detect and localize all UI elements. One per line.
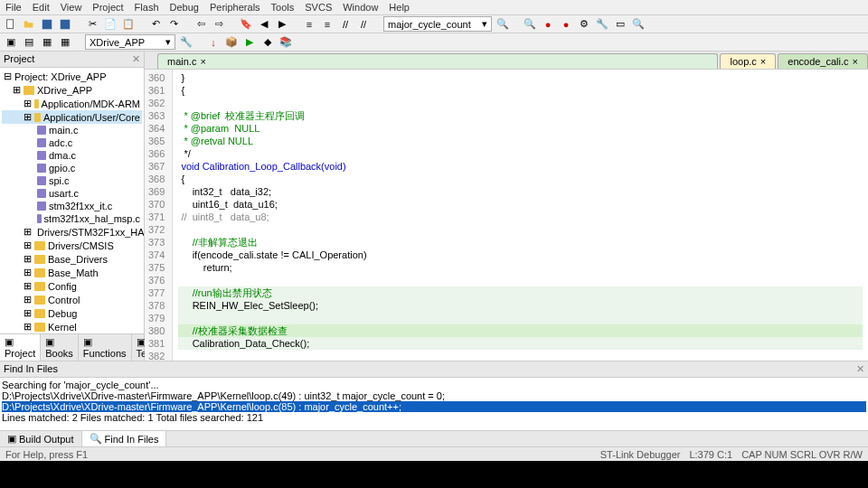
translate-icon[interactable]: ▣ [4, 35, 18, 50]
code-editor[interactable]: 3603613623633643653663673683693703713723… [145, 70, 868, 361]
pack-icon[interactable]: ◆ [260, 35, 275, 50]
close-icon[interactable]: × [760, 56, 766, 67]
find-result-line[interactable]: D:\Projects\Xdrive\XDrive-master\Firmwar… [2, 390, 866, 401]
find-icon[interactable]: 🔍 [495, 17, 510, 32]
menu-file[interactable]: File [5, 2, 22, 13]
folder-icon [34, 296, 45, 305]
menu-flash[interactable]: Flash [135, 2, 159, 13]
menu-project[interactable]: Project [92, 2, 123, 13]
menu-svcs[interactable]: SVCS [305, 2, 332, 13]
bookmark-next-icon[interactable]: ▶ [275, 17, 289, 32]
menu-help[interactable]: Help [389, 2, 410, 13]
menu-window[interactable]: Window [343, 2, 378, 13]
copy-icon[interactable]: 📄 [103, 17, 118, 32]
debug-icon[interactable]: 🔍 [523, 17, 537, 32]
tree-item[interactable]: usart.c [2, 187, 142, 200]
nav-fwd-icon[interactable]: ⇨ [212, 17, 226, 32]
tree-item[interactable]: ⊞Drivers/STM32F1xx_HAL_Driver [2, 225, 142, 239]
menu-view[interactable]: View [61, 2, 82, 13]
find-summary: Lines matched: 2 Files matched: 1 Total … [2, 412, 866, 423]
tab-build-output[interactable]: ▣ Build Output [0, 431, 82, 446]
close-icon[interactable]: ✕ [132, 53, 140, 65]
tree-item[interactable]: ⊞Application/User/Core [2, 110, 142, 124]
close-icon[interactable]: × [853, 56, 858, 67]
find-results[interactable]: Searching for 'major_cycle_count'... D:\… [0, 378, 868, 430]
comment-icon[interactable]: // [338, 17, 353, 32]
books-icon[interactable]: 📚 [278, 35, 293, 50]
file-tab[interactable]: encode_cali.c× [778, 53, 868, 69]
bookmark-prev-icon[interactable]: ◀ [257, 17, 271, 32]
tab-find-in-files[interactable]: 🔍 Find In Files [82, 431, 167, 446]
side-tab-books[interactable]: ▣ Books [41, 334, 79, 361]
options-icon[interactable]: 🔧 [179, 35, 193, 50]
tree-item[interactable]: stm32f1xx_it.c [2, 200, 142, 212]
tree-item[interactable]: ⊞Base_Math [2, 266, 142, 279]
menu-peripherals[interactable]: Peripherals [210, 2, 260, 13]
tree-item[interactable]: ⊞Drivers/CMSIS [2, 239, 142, 252]
manage-icon[interactable]: 📦 [224, 35, 239, 50]
indent-icon[interactable]: ≡ [302, 17, 316, 32]
folder-icon [34, 255, 45, 264]
run-icon[interactable]: ▶ [242, 35, 257, 50]
tree-item[interactable]: ⊞Config [2, 279, 142, 293]
open-icon[interactable] [22, 17, 36, 32]
outdent-icon[interactable]: ≡ [320, 17, 335, 32]
redo-icon[interactable]: ↷ [166, 17, 181, 32]
close-icon[interactable]: × [200, 56, 205, 67]
bookmark-icon[interactable]: 🔖 [239, 17, 253, 32]
uncomment-icon[interactable]: // [356, 17, 371, 32]
tree-item[interactable]: ⊞Base_Drivers [2, 252, 142, 266]
code-body[interactable]: } { * @brief 校准器主程序回调 * @param NULL * @r… [173, 70, 868, 361]
project-tree[interactable]: ⊟Project: XDrive_APP ⊞XDrive_APP⊞Applica… [0, 68, 144, 333]
tree-item[interactable]: dma.c [2, 149, 142, 162]
sidebar-title: Project [4, 53, 34, 65]
c-icon [37, 202, 46, 211]
tree-item[interactable]: ⊞Application/MDK-ARM [2, 97, 142, 110]
close-icon[interactable]: ✕ [856, 363, 864, 375]
tree-item[interactable]: ⊞Debug [2, 306, 142, 320]
breakpoint-icon[interactable]: ● [541, 17, 555, 32]
tree-item[interactable]: spi.c [2, 174, 142, 187]
tree-item[interactable]: ⊞XDrive_APP [2, 83, 142, 97]
menu-debug[interactable]: Debug [170, 2, 199, 13]
build-icon[interactable]: ▤ [22, 35, 36, 50]
load-icon[interactable]: ↓ [206, 35, 221, 50]
file-tab[interactable]: loop.c× [720, 53, 776, 69]
file-tab[interactable]: main.c× [157, 53, 718, 69]
tree-item[interactable]: stm32f1xx_hal_msp.c [2, 212, 142, 225]
target-combo[interactable]: XDrive_APP▾ [85, 34, 175, 50]
tree-root[interactable]: ⊟Project: XDrive_APP [2, 70, 142, 83]
new-icon[interactable] [4, 17, 18, 32]
c-icon [37, 176, 46, 185]
file-tabs: main.c×loop.c×encode_cali.c× [145, 52, 868, 70]
menu-tools[interactable]: Tools [271, 2, 295, 13]
save-icon[interactable] [40, 17, 54, 32]
find-result-line[interactable]: D:\Projects\Xdrive\XDrive-master\Firmwar… [2, 401, 866, 412]
tree-item[interactable]: main.c [2, 124, 142, 136]
batch-build-icon[interactable]: ▦ [58, 35, 72, 50]
nav-back-icon[interactable]: ⇦ [193, 17, 208, 32]
zoom-icon[interactable]: 🔍 [631, 17, 646, 32]
tree-item[interactable]: adc.c [2, 136, 142, 149]
cut-icon[interactable]: ✂ [85, 17, 99, 32]
config-icon[interactable]: ⚙ [577, 17, 591, 32]
ide-window: FileEditViewProjectFlashDebugPeripherals… [0, 0, 868, 461]
side-tab-functions[interactable]: ▣ Functions [79, 334, 132, 361]
folder-icon [34, 268, 45, 277]
tree-item[interactable]: ⊞Kernel [2, 320, 142, 333]
rebuild-icon[interactable]: ▦ [40, 35, 54, 50]
paste-icon[interactable]: 📋 [121, 17, 136, 32]
tools-icon[interactable]: 🔧 [595, 17, 609, 32]
tree-item[interactable]: gpio.c [2, 162, 142, 174]
tree-item[interactable]: ⊞Control [2, 293, 142, 306]
side-tab-project[interactable]: ▣ Project [0, 334, 41, 361]
save-all-icon[interactable] [58, 17, 72, 32]
stop-icon[interactable]: ● [559, 17, 573, 32]
menu-edit[interactable]: Edit [33, 2, 50, 13]
undo-icon[interactable]: ↶ [148, 17, 163, 32]
editor-area: main.c×loop.c×encode_cali.c× 36036136236… [145, 52, 868, 361]
svg-rect-2 [61, 19, 71, 29]
statusbar: For Help, press F1 ST-Link Debugger L:37… [0, 446, 868, 461]
find-combo[interactable]: major_cycle_count▾ [383, 16, 492, 32]
window-icon[interactable]: ▭ [613, 17, 627, 32]
